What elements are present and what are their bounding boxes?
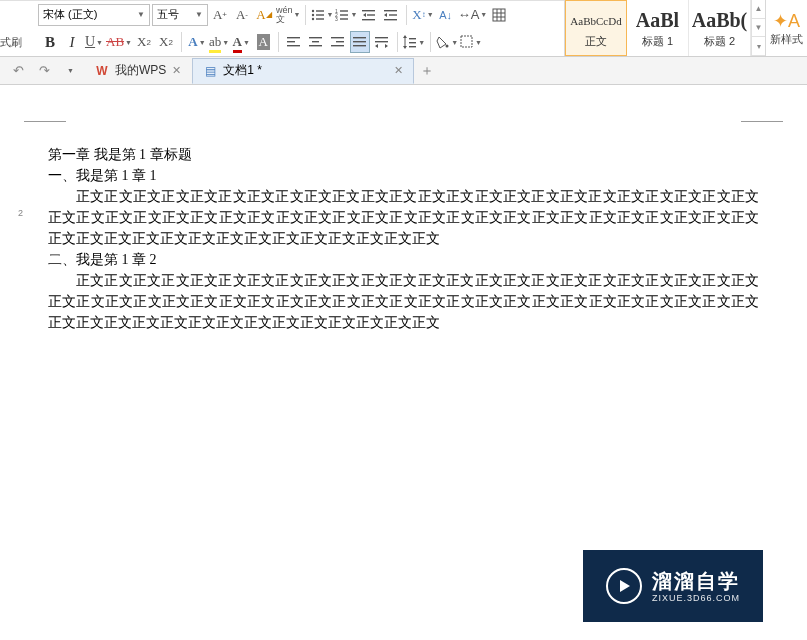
strikethrough-button[interactable]: AB▼ bbox=[106, 31, 132, 53]
style-scroll-down[interactable]: ▼ bbox=[751, 19, 765, 38]
style-preview: AaBb( bbox=[692, 8, 748, 34]
svg-rect-31 bbox=[331, 37, 344, 38]
new-tab-button[interactable]: ＋ bbox=[420, 62, 434, 80]
document-area: 2 第一章 我是第 1 章标题 一、我是第 1 章 1 正文正文正文正文正文正文… bbox=[0, 88, 807, 640]
increase-indent-icon bbox=[384, 8, 398, 22]
style-preview: AaBl bbox=[636, 8, 679, 34]
doc-icon: ▤ bbox=[203, 64, 217, 78]
svg-rect-36 bbox=[353, 45, 366, 46]
font-family-select[interactable]: 宋体 (正文) ▼ bbox=[38, 4, 150, 26]
border-icon bbox=[460, 35, 474, 49]
show-marks-button[interactable] bbox=[489, 4, 509, 26]
style-heading2[interactable]: AaBb( 标题 2 bbox=[689, 0, 751, 56]
bullet-list-button[interactable]: ▼ bbox=[311, 4, 333, 26]
grid-icon bbox=[492, 8, 506, 22]
svg-rect-19 bbox=[384, 19, 397, 20]
underline-button[interactable]: U▼ bbox=[84, 31, 104, 53]
bucket-icon bbox=[436, 35, 450, 49]
font-color-button[interactable]: A▼ bbox=[231, 31, 251, 53]
document-content[interactable]: 第一章 我是第 1 章标题 一、我是第 1 章 1 正文正文正文正文正文正文正文… bbox=[24, 122, 783, 333]
svg-rect-38 bbox=[375, 41, 388, 42]
svg-marker-43 bbox=[403, 46, 407, 49]
text-effect-button[interactable]: A▼ bbox=[187, 31, 207, 53]
numbered-list-button[interactable]: 123 ▼ bbox=[335, 4, 357, 26]
style-gallery-scroll: ▲ ▼ ▾ bbox=[751, 0, 765, 56]
separator bbox=[181, 32, 182, 52]
sort-button[interactable]: A↓ bbox=[436, 4, 456, 26]
borders-button[interactable]: ▼ bbox=[460, 31, 482, 53]
bullet-list-icon bbox=[311, 8, 325, 22]
wps-icon: W bbox=[95, 64, 109, 78]
superscript-button[interactable]: X2 bbox=[134, 31, 154, 53]
chevron-down-icon: ▼ bbox=[67, 67, 74, 74]
highlight-button[interactable]: ab▼ bbox=[209, 31, 229, 53]
svg-point-2 bbox=[312, 13, 314, 15]
style-label: 正文 bbox=[585, 34, 607, 49]
character-shading-button[interactable]: A bbox=[253, 31, 273, 53]
svg-marker-13 bbox=[363, 13, 366, 17]
style-normal[interactable]: AaBbCcDd 正文 bbox=[565, 0, 627, 56]
phonetic-guide-button[interactable]: wén文▼ bbox=[276, 4, 300, 26]
increase-font-button[interactable]: A+ bbox=[210, 4, 230, 26]
tab-document-label: 文档1 * bbox=[223, 62, 262, 79]
change-case-button[interactable]: X↕▼ bbox=[412, 4, 433, 26]
chevron-down-icon: ▼ bbox=[195, 10, 203, 19]
new-style-icon: ✦A bbox=[773, 10, 800, 32]
line-spacing-icon bbox=[403, 35, 417, 49]
chevron-down-icon: ▼ bbox=[199, 39, 206, 46]
svg-point-47 bbox=[446, 45, 449, 48]
svg-rect-1 bbox=[316, 10, 324, 11]
distributed-button[interactable] bbox=[372, 31, 392, 53]
watermark-title: 溜溜自学 bbox=[652, 569, 740, 593]
svg-rect-11 bbox=[340, 18, 348, 19]
style-label: 标题 1 bbox=[642, 34, 673, 49]
close-icon[interactable]: ✕ bbox=[172, 64, 181, 77]
align-right-button[interactable] bbox=[328, 31, 348, 53]
style-scroll-up[interactable]: ▲ bbox=[751, 0, 765, 19]
undo-button[interactable]: ↶ bbox=[8, 60, 28, 82]
section-heading: 二、我是第 1 章 2 bbox=[48, 249, 759, 270]
svg-rect-30 bbox=[309, 45, 322, 46]
style-heading1[interactable]: AaBl 标题 1 bbox=[627, 0, 689, 56]
bold-button[interactable]: B bbox=[40, 31, 60, 53]
chapter-title: 第一章 我是第 1 章标题 bbox=[48, 144, 759, 165]
svg-rect-14 bbox=[367, 14, 375, 15]
svg-rect-12 bbox=[362, 10, 375, 11]
subscript-button[interactable]: X2 bbox=[156, 31, 176, 53]
redo-button[interactable]: ↷ bbox=[34, 60, 54, 82]
separator bbox=[305, 5, 306, 25]
separator bbox=[278, 32, 279, 52]
svg-rect-35 bbox=[353, 41, 366, 42]
qat-menu-button[interactable]: ▼ bbox=[60, 60, 80, 82]
chevron-down-icon: ▼ bbox=[475, 39, 482, 46]
chevron-down-icon: ▼ bbox=[125, 39, 132, 46]
new-style-button[interactable]: ✦A 新样式 bbox=[770, 10, 803, 47]
line-spacing-button[interactable]: ▼ bbox=[403, 31, 425, 53]
chevron-down-icon: ▼ bbox=[243, 39, 250, 46]
close-icon[interactable]: ✕ bbox=[394, 64, 403, 77]
ruler-mark: 2 bbox=[18, 208, 23, 218]
align-left-button[interactable] bbox=[284, 31, 304, 53]
decrease-font-button[interactable]: A- bbox=[232, 4, 252, 26]
tab-home[interactable]: W 我的WPS ✕ bbox=[84, 58, 192, 84]
clear-format-button[interactable]: A◢ bbox=[254, 4, 274, 26]
separator bbox=[406, 5, 407, 25]
font-size-select[interactable]: 五号 ▼ bbox=[152, 4, 208, 26]
font-size-value: 五号 bbox=[157, 7, 179, 22]
body-text: 正文正文正文正文正文正文正文正文正文正文正文正文正文正文正文正文正文正文正文正文… bbox=[48, 270, 759, 333]
align-justify-button[interactable] bbox=[350, 31, 370, 53]
shading-fill-button[interactable]: ▼ bbox=[436, 31, 458, 53]
chevron-down-icon: ▼ bbox=[418, 39, 425, 46]
svg-rect-3 bbox=[316, 14, 324, 15]
tab-document[interactable]: ▤ 文档1 * ✕ bbox=[192, 58, 414, 84]
decrease-indent-button[interactable] bbox=[359, 4, 379, 26]
svg-text:3: 3 bbox=[335, 16, 338, 22]
quick-access-toolbar: ↶ ↷ ▼ bbox=[4, 60, 84, 82]
align-center-button[interactable] bbox=[306, 31, 326, 53]
style-scroll-more[interactable]: ▾ bbox=[751, 37, 765, 56]
increase-indent-button[interactable] bbox=[381, 4, 401, 26]
character-scale-button[interactable]: ↔A▼ bbox=[458, 4, 488, 26]
italic-button[interactable]: I bbox=[62, 31, 82, 53]
svg-rect-9 bbox=[340, 14, 348, 15]
watermark-url: ZIXUE.3D66.COM bbox=[652, 593, 740, 604]
